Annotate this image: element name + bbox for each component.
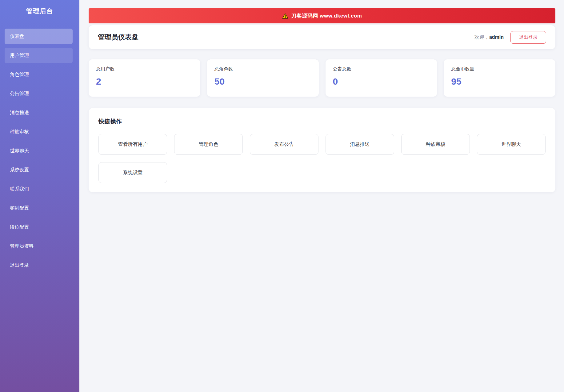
sidebar-item-label: 公告管理: [10, 90, 29, 97]
stat-label: 总角色数: [214, 66, 311, 72]
sidebar-item-0[interactable]: 仪表盘: [5, 29, 73, 44]
quick-actions-card: 快捷操作 查看所有用户 管理角色 发布公告 消息推送 种族审核 世界聊天 系统设…: [89, 108, 555, 192]
quick-action-button[interactable]: 消息推送: [326, 134, 394, 155]
stat-label: 总用户数: [96, 66, 193, 72]
header-right: 欢迎，admin 退出登录: [474, 31, 546, 44]
stat-card: 总角色数 50: [207, 59, 319, 97]
warning-icon: [282, 13, 288, 19]
stat-value: 50: [214, 76, 311, 87]
sidebar-item-label: 管理员资料: [10, 243, 34, 250]
stat-value: 0: [333, 76, 430, 87]
welcome-text: 欢迎，admin: [474, 34, 504, 41]
stat-value: 95: [451, 76, 548, 87]
sidebar-item-7[interactable]: 系统设置: [5, 162, 73, 178]
quick-action-button[interactable]: 查看所有用户: [98, 134, 167, 155]
stat-card: 公告总数 0: [326, 59, 437, 97]
sidebar-item-label: 消息推送: [10, 110, 29, 116]
quick-actions-grid: 查看所有用户 管理角色 发布公告 消息推送 种族审核 世界聊天 系统设置: [98, 134, 546, 183]
quick-action-button[interactable]: 种族审核: [401, 134, 470, 155]
sidebar-item-label: 段位配置: [10, 224, 29, 230]
sidebar-title: 管理后台: [0, 7, 79, 15]
sidebar-item-10[interactable]: 段位配置: [5, 219, 73, 235]
sidebar-item-label: 世界聊天: [10, 148, 29, 154]
sidebar: 管理后台 仪表盘 用户管理 角色管理 公告管理 消息推送 种族审核 世界聊天 系…: [0, 0, 79, 392]
main-content: 刀客源码网 www.dkewl.com 管理员仪表盘 欢迎，admin 退出登录…: [79, 0, 564, 392]
sidebar-item-label: 联系我们: [10, 186, 29, 192]
sidebar-nav: 仪表盘 用户管理 角色管理 公告管理 消息推送 种族审核 世界聊天 系统设置 联…: [0, 29, 79, 273]
quick-action-button[interactable]: 系统设置: [98, 162, 167, 183]
welcome-prefix: 欢迎，: [474, 34, 489, 40]
stat-value: 2: [96, 76, 193, 87]
stat-card: 总用户数 2: [89, 59, 200, 97]
sidebar-item-label: 用户管理: [10, 52, 29, 59]
sidebar-item-label: 退出登录: [10, 262, 29, 269]
quick-action-button[interactable]: 世界聊天: [477, 134, 546, 155]
stat-label: 总金币数量: [451, 66, 548, 72]
banner-text: 刀客源码网 www.dkewl.com: [291, 12, 362, 19]
sidebar-item-8[interactable]: 联系我们: [5, 181, 73, 197]
stat-label: 公告总数: [333, 66, 430, 72]
sidebar-item-label: 仪表盘: [10, 33, 24, 40]
username: admin: [489, 34, 504, 40]
sidebar-item-6[interactable]: 世界聊天: [5, 143, 73, 158]
quick-action-button[interactable]: 管理角色: [174, 134, 243, 155]
header-card: 管理员仪表盘 欢迎，admin 退出登录: [89, 25, 555, 49]
sidebar-item-label: 角色管理: [10, 71, 29, 78]
sidebar-item-5[interactable]: 种族审核: [5, 124, 73, 139]
quick-action-button[interactable]: 发布公告: [250, 134, 318, 155]
stat-card: 总金币数量 95: [444, 59, 555, 97]
sidebar-item-11[interactable]: 管理员资料: [5, 238, 73, 254]
sidebar-item-9[interactable]: 签到配置: [5, 200, 73, 216]
alert-banner: 刀客源码网 www.dkewl.com: [89, 8, 555, 23]
page-title: 管理员仪表盘: [98, 33, 138, 42]
sidebar-item-3[interactable]: 公告管理: [5, 86, 73, 101]
sidebar-item-2[interactable]: 角色管理: [5, 67, 73, 82]
stats-row: 总用户数 2 总角色数 50 公告总数 0 总金币数量 95: [89, 59, 555, 97]
sidebar-item-label: 签到配置: [10, 205, 29, 211]
sidebar-item-label: 系统设置: [10, 167, 29, 173]
sidebar-item-4[interactable]: 消息推送: [5, 105, 73, 120]
admin-app: 管理后台 仪表盘 用户管理 角色管理 公告管理 消息推送 种族审核 世界聊天 系…: [0, 0, 564, 392]
sidebar-item-label: 种族审核: [10, 129, 29, 135]
sidebar-item-12[interactable]: 退出登录: [5, 258, 73, 273]
sidebar-item-1[interactable]: 用户管理: [5, 48, 73, 63]
logout-button[interactable]: 退出登录: [510, 31, 546, 44]
quick-actions-title: 快捷操作: [98, 118, 546, 126]
